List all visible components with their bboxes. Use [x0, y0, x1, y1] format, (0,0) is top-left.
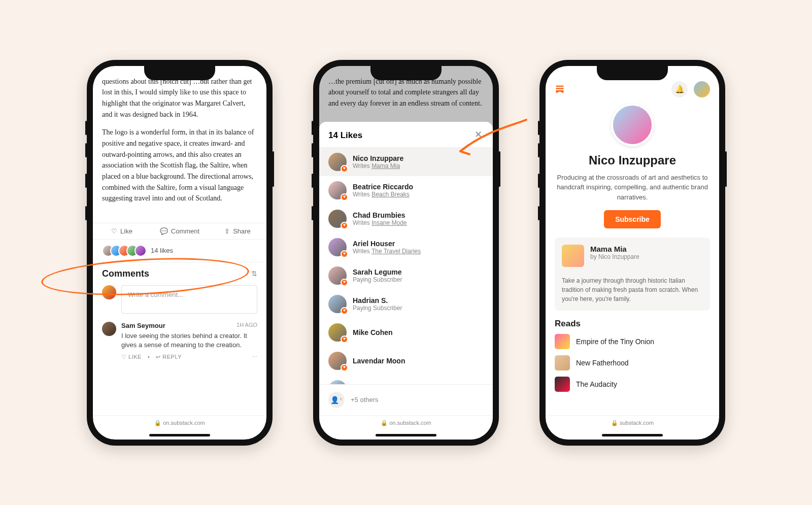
- sort-icon[interactable]: ⇅: [251, 270, 257, 278]
- current-user-avatar: [102, 285, 116, 299]
- publication-title: Mama Mia: [590, 245, 639, 253]
- close-icon[interactable]: ✕: [472, 130, 484, 141]
- heart-badge-icon: [341, 335, 348, 343]
- publication-card[interactable]: Mama Mia by Nico Inzuppare Take a journe…: [555, 238, 710, 311]
- liker-row[interactable]: Ariel HouserWrites The Travel Diaries: [319, 233, 493, 261]
- liker-subtitle[interactable]: Writes Beach Breaks: [353, 191, 413, 198]
- article-body[interactable]: questions about this [notch cut] …but ra…: [93, 66, 266, 223]
- liker-name: Lavendar Moon: [353, 357, 405, 365]
- liker-name: Hadrian S.: [353, 296, 402, 305]
- phone-notch: [597, 66, 668, 80]
- likes-list[interactable]: Nico InzuppareWrites Mama MiaBeatrice Ri…: [319, 148, 493, 384]
- liker-name: Ariel Houser: [353, 240, 421, 248]
- reads-item[interactable]: New Fatherhood: [555, 355, 710, 371]
- liker-row[interactable]: Nico InzuppareWrites Mama Mia: [319, 148, 493, 176]
- heart-badge-icon: [341, 279, 348, 286]
- phone-mockup-1: questions about this [notch cut] …but ra…: [87, 60, 273, 446]
- person-add-icon: 👤⁺: [328, 392, 345, 408]
- reads-item[interactable]: The Audacity: [555, 377, 710, 392]
- comment-input[interactable]: Write a comment...: [121, 285, 257, 314]
- phone-notch: [144, 66, 215, 80]
- comments-heading: Comments: [102, 268, 149, 279]
- home-indicator[interactable]: [149, 434, 210, 436]
- phone-side-buttons-left: [85, 121, 87, 135]
- liker-subtitle: Paying Subscriber: [353, 276, 402, 283]
- likes-sheet-title: 14 Likes: [328, 130, 362, 141]
- heart-icon: ♡: [111, 227, 117, 235]
- liker-subtitle: Paying Subscriber: [353, 305, 402, 312]
- liker-row[interactable]: Mike Cohen: [319, 318, 493, 347]
- liker-row[interactable]: Sarah LegumePaying Subscriber: [319, 261, 493, 290]
- reads-thumbnail: [555, 334, 570, 349]
- comments-section: Comments ⇅ Write a comment... Sam Seymou…: [93, 262, 266, 415]
- current-user-avatar[interactable]: [694, 81, 710, 97]
- heart-badge-icon: [341, 193, 348, 201]
- liker-subtitle[interactable]: Writes The Travel Diaries: [353, 248, 421, 255]
- comment-author[interactable]: Sam Seymour: [121, 322, 165, 329]
- commenter-avatar[interactable]: [102, 322, 116, 336]
- heart-badge-icon: [341, 250, 348, 258]
- others-row[interactable]: 👤⁺ +5 others: [319, 384, 493, 415]
- phone-screen-1: questions about this [notch cut] …but ra…: [93, 66, 266, 440]
- share-label: Share: [233, 227, 251, 235]
- profile-bio: Producing at the crossroads of art and a…: [555, 173, 710, 203]
- comment-item: Sam Seymour 1H AGO I love seeing the sto…: [102, 322, 257, 360]
- comment-button[interactable]: 💬 Comment: [151, 227, 209, 235]
- reads-item[interactable]: Empire of the Tiny Onion: [555, 334, 710, 349]
- liker-avatar: [328, 380, 347, 384]
- liker-avatar: [328, 352, 347, 370]
- home-indicator[interactable]: [602, 434, 663, 436]
- phone-mockup-2: …the premium [cut off] as much as humanl…: [313, 60, 499, 446]
- liker-row[interactable]: Chad BrumbiesWrites Insane Mode: [319, 205, 493, 233]
- phone-side-button-right: [499, 151, 500, 187]
- reads-name: New Fatherhood: [576, 359, 629, 367]
- liker-subtitle[interactable]: Writes Mama Mia: [353, 162, 403, 170]
- home-indicator[interactable]: [376, 434, 436, 436]
- profile-body[interactable]: Nico Inzuppare Producing at the crossroa…: [546, 97, 719, 415]
- phone-mockup-3: 🔔 Nico Inzuppare Producing at the crossr…: [539, 60, 725, 446]
- liker-name: Mike Cohen: [353, 328, 393, 336]
- subscribe-button[interactable]: Subscribe: [604, 210, 661, 228]
- comment-icon: 💬: [160, 227, 168, 235]
- comment-reply-button[interactable]: ↩ REPLY: [156, 354, 182, 360]
- liker-row[interactable]: Hadrian S.Paying Subscriber: [319, 290, 493, 318]
- profile-name: Nico Inzuppare: [589, 153, 676, 167]
- liker-row[interactable]: Sai Ranni: [319, 375, 493, 384]
- avatar: [134, 245, 147, 257]
- phone-notch: [370, 66, 442, 80]
- liker-avatar: [328, 153, 347, 171]
- phone-side-buttons-left: [538, 121, 539, 135]
- liker-row[interactable]: Beatrice RiccardoWrites Beach Breaks: [319, 176, 493, 205]
- like-button[interactable]: ♡ Like: [93, 227, 151, 235]
- lock-icon: 🔒: [611, 420, 618, 426]
- liker-subtitle[interactable]: Writes Insane Mode: [353, 219, 407, 226]
- comment-like-button[interactable]: ♡ LIKE: [121, 354, 142, 360]
- publication-thumbnail: [562, 245, 584, 267]
- substack-logo-icon[interactable]: [555, 84, 565, 94]
- heart-badge-icon: [341, 307, 348, 315]
- reads-name: Empire of the Tiny Onion: [576, 338, 654, 346]
- svg-rect-0: [556, 85, 564, 87]
- others-label: +5 others: [351, 396, 379, 403]
- post-action-row: ♡ Like 💬 Comment ⇪ Share: [93, 223, 266, 239]
- reads-thumbnail: [555, 377, 570, 392]
- comment-bullet: •: [148, 354, 150, 360]
- liker-avatar: [328, 181, 347, 199]
- heart-badge-icon: [341, 222, 348, 229]
- bell-icon: 🔔: [675, 85, 685, 94]
- lock-icon: 🔒: [381, 420, 388, 426]
- notifications-button[interactable]: 🔔: [671, 81, 688, 97]
- phone-screen-3: 🔔 Nico Inzuppare Producing at the crossr…: [546, 66, 719, 440]
- profile-avatar[interactable]: [611, 104, 654, 146]
- liker-row[interactable]: Lavendar Moon: [319, 347, 493, 375]
- heart-badge-icon: [341, 165, 348, 173]
- article-paragraph: questions about this [notch cut] …but ra…: [102, 76, 257, 120]
- likes-row[interactable]: 14 likes: [93, 239, 266, 262]
- liker-name: Sarah Legume: [353, 268, 402, 276]
- share-button[interactable]: ⇪ Share: [209, 227, 266, 235]
- comment-more-icon[interactable]: ⋯: [252, 354, 258, 360]
- svg-rect-1: [556, 88, 564, 89]
- liker-avatar: [328, 323, 347, 342]
- likes-count-label: 14 likes: [151, 247, 173, 254]
- phone-screen-2: …the premium [cut off] as much as humanl…: [319, 66, 493, 440]
